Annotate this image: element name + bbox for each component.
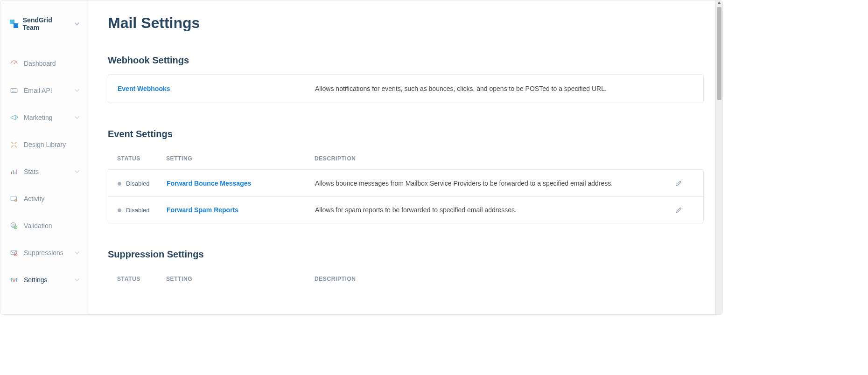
nav-label: Activity [24, 195, 79, 202]
section-title-suppression: Suppression Settings [108, 249, 704, 260]
team-switcher[interactable]: SendGrid Team [0, 10, 89, 45]
scroll-up-icon[interactable] [717, 1, 721, 4]
header-status: STATUS [117, 155, 166, 162]
svg-point-10 [16, 278, 17, 280]
dashboard-icon [10, 59, 18, 68]
chevron-down-icon [75, 169, 79, 174]
table-row: Disabled Forward Bounce Messages Allows … [108, 170, 703, 196]
status-text: Disabled [126, 180, 150, 187]
svg-rect-0 [11, 89, 17, 93]
webhook-card: Event Webhooks Allows notifications for … [108, 74, 704, 103]
nav-label: Email API [24, 87, 69, 94]
sidebar-item-suppressions[interactable]: Suppressions [0, 239, 89, 266]
chevron-down-icon [75, 115, 79, 120]
chevron-down-icon [75, 88, 79, 93]
stats-icon [10, 167, 18, 176]
sidebar-item-dashboard[interactable]: Dashboard [0, 50, 89, 77]
header-setting: SETTING [166, 276, 315, 282]
event-webhooks-link[interactable]: Event Webhooks [118, 85, 170, 92]
design-icon [10, 140, 18, 149]
app-window: SendGrid Team Dashboard Email API [0, 0, 723, 315]
header-setting: SETTING [166, 155, 315, 162]
nav-label: Validation [24, 222, 79, 229]
chevron-down-icon [75, 278, 79, 282]
suppression-table-header: STATUS SETTING DESCRIPTION [108, 268, 704, 290]
nav-label: Marketing [24, 114, 69, 121]
header-description: DESCRIPTION [315, 276, 694, 282]
nav-label: Stats [24, 168, 69, 175]
suppressions-icon [10, 249, 18, 257]
svg-rect-1 [11, 196, 16, 201]
webhook-row: Event Webhooks Allows notifications for … [108, 75, 703, 103]
team-name: SendGrid Team [23, 16, 70, 31]
sidebar-item-settings[interactable]: Settings [0, 266, 89, 293]
marketing-icon [10, 113, 18, 122]
section-title-webhook: Webhook Settings [108, 55, 704, 66]
nav-label: Dashboard [24, 60, 79, 67]
forward-bounce-link[interactable]: Forward Bounce Messages [167, 180, 251, 187]
row-description: Allows bounce messages from Mailbox Serv… [315, 180, 675, 187]
sidebar: SendGrid Team Dashboard Email API [0, 0, 89, 314]
sidebar-item-activity[interactable]: Activity [0, 185, 89, 212]
svg-point-9 [14, 280, 15, 281]
svg-point-8 [11, 278, 12, 280]
nav-label: Design Library [24, 141, 79, 148]
pencil-icon[interactable] [675, 180, 694, 187]
sidebar-nav: Dashboard Email API Marketing [0, 45, 89, 293]
status-dot-icon [118, 182, 121, 186]
forward-spam-link[interactable]: Forward Spam Reports [167, 206, 238, 214]
webhook-description: Allows notifications for events, such as… [315, 85, 607, 92]
settings-icon [10, 276, 18, 284]
row-description: Allows for spam reports to be forwarded … [315, 206, 675, 214]
table-row: Disabled Forward Spam Reports Allows for… [108, 196, 703, 223]
event-table: Disabled Forward Bounce Messages Allows … [108, 169, 704, 223]
page-title: Mail Settings [108, 14, 704, 32]
scroll-thumb[interactable] [717, 7, 721, 100]
chevron-down-icon [75, 250, 79, 255]
section-title-event: Event Settings [108, 129, 704, 139]
status-dot-icon [118, 208, 121, 212]
svg-rect-6 [11, 250, 16, 255]
sidebar-item-email-api[interactable]: Email API [0, 77, 89, 104]
header-status: STATUS [117, 276, 166, 282]
header-description: DESCRIPTION [315, 155, 694, 162]
sidebar-item-stats[interactable]: Stats [0, 158, 89, 185]
sidebar-item-design-library[interactable]: Design Library [0, 131, 89, 158]
activity-icon [10, 194, 18, 203]
nav-label: Settings [24, 276, 69, 284]
chevron-down-icon [75, 21, 79, 26]
event-table-header: STATUS SETTING DESCRIPTION [108, 148, 704, 169]
scrollbar[interactable] [715, 0, 722, 314]
nav-label: Suppressions [24, 249, 69, 257]
sidebar-item-marketing[interactable]: Marketing [0, 104, 89, 131]
pencil-icon[interactable] [675, 206, 694, 214]
email-api-icon [10, 86, 18, 95]
main-content: Mail Settings Webhook Settings Event Web… [89, 0, 722, 314]
sidebar-item-validation[interactable]: @ Validation [0, 212, 89, 239]
validation-icon: @ [10, 222, 18, 230]
status-text: Disabled [126, 207, 150, 214]
sendgrid-logo-icon [10, 20, 18, 28]
